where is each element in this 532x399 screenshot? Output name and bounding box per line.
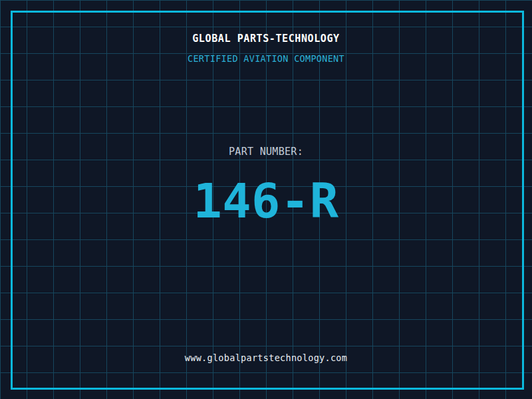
grid-background: GLOBAL PARTS-TECHNOLOGY CERTIFIED AVIATI… xyxy=(0,0,532,399)
part-number-value: 146-R xyxy=(0,176,532,226)
certification-subtitle: CERTIFIED AVIATION COMPONENT xyxy=(0,53,532,64)
part-number-label: PART NUMBER: xyxy=(0,146,532,158)
company-title: GLOBAL PARTS-TECHNOLOGY xyxy=(0,33,532,45)
website-url: www.globalpartstechnology.com xyxy=(0,352,532,363)
